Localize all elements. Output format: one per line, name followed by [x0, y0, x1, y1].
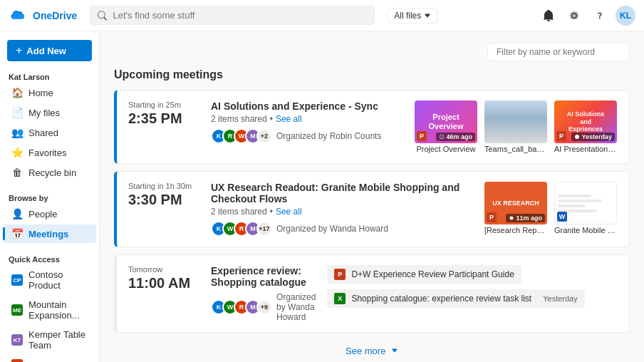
user-name: Kat Larson [0, 70, 99, 83]
design-icon: DP [11, 359, 23, 362]
sidebar-item-shared-label: Shared [28, 128, 58, 138]
meeting-files-2: UX RESEARCH P 11m ago [Research Report] … [484, 182, 618, 234]
file-thumb-granite-mobile[interactable]: W Granite Mobile Shoppin... [554, 182, 618, 234]
meeting-organizer-2: K W R M +17 Organized by Wanda Howard [211, 221, 472, 237]
meeting-time-col-3: Tomorrow 11:00 AM [128, 265, 199, 291]
items-shared-1: 2 items shared [211, 114, 267, 124]
av-count-2: +17 [256, 221, 272, 237]
search-input[interactable] [113, 10, 367, 21]
shared-icon: 👥 [11, 127, 23, 138]
meeting-organizer-1: K R W M +2 Organized by Robin Counts [211, 128, 402, 144]
app-name: OneDrive [33, 10, 77, 21]
file-wide-2[interactable]: X Shopping catalogue: experience review … [327, 289, 584, 308]
quick-access-label: Quick Access [0, 252, 99, 265]
sidebar-item-people[interactable]: 👤 People [3, 205, 96, 223]
file-wide-label-1: D+W Experience Review Participant Guide [351, 269, 514, 279]
meeting-title-3[interactable]: Experience review: Shopping catalogue [211, 265, 316, 288]
pptx-icon-4: P [487, 212, 497, 222]
avatars-3: K W R M +9 [211, 299, 272, 315]
sidebar-item-kemper[interactable]: KT Kemper Table Team [3, 326, 96, 354]
topbar: OneDrive All files KL [0, 0, 644, 31]
svg-point-0 [510, 217, 514, 220]
sidebar-item-meetings[interactable]: 📅 Meetings [3, 224, 96, 243]
meeting-time-1: 2:35 PM [128, 110, 199, 127]
file-thumb-ux-research[interactable]: UX RESEARCH P 11m ago [Research Report] … [484, 182, 548, 234]
kemper-icon: KT [11, 334, 23, 346]
contoso-icon: CP [11, 274, 23, 286]
sidebar-item-design[interactable]: DP Design Prod [3, 356, 96, 362]
sidebar-item-contoso-label: Contoso Product [28, 269, 88, 291]
file-label-ux-research: [Research Report] Grani... [484, 226, 547, 234]
notifications-button[interactable] [539, 6, 559, 26]
meeting-time-label-3: Tomorrow [128, 265, 199, 274]
home-icon: 🏠 [11, 87, 23, 98]
see-more-row[interactable]: See more [114, 340, 630, 362]
sidebar-item-people-label: People [28, 209, 57, 219]
settings-button[interactable] [564, 6, 584, 26]
file-thumb-project-overview[interactable]: ProjectOverview P 46m ago Project Overvi… [414, 100, 478, 153]
plus-icon: + [16, 44, 22, 57]
file-label-teams-bg: Teams_call_background_i... [484, 145, 547, 153]
topbar-right: KL [539, 6, 635, 26]
search-bar[interactable] [90, 6, 375, 25]
sidebar-item-mountain[interactable]: ME Mountain Expansion... [3, 296, 96, 324]
user-avatar[interactable]: KL [616, 6, 635, 26]
file-filter-dropdown[interactable]: All files [388, 8, 437, 24]
app-logo[interactable]: OneDrive [9, 6, 77, 26]
star-icon: ⭐ [11, 147, 23, 158]
see-more-label: See more [346, 346, 385, 356]
sidebar-item-contoso[interactable]: CP Contoso Product [3, 266, 96, 294]
sidebar-item-favorites[interactable]: ⭐ Favorites [3, 143, 96, 162]
sidebar-item-meetings-label: Meetings [28, 229, 68, 239]
meeting-card-3: Tomorrow 11:00 AM Experience review: Sho… [114, 254, 630, 333]
avatars-2: K W R M +17 [211, 221, 272, 237]
file-label-project-overview: Project Overview [416, 145, 475, 153]
pptx-icon-3: P [556, 131, 566, 141]
meeting-title-2[interactable]: UX Research Readout: Granite Mobile Shop… [211, 182, 472, 205]
file-wide-1[interactable]: P D+W Experience Review Participant Guid… [327, 265, 521, 284]
file-preview-ai-presentation: AI SolutionsandExpriences P Yesterday [554, 100, 617, 143]
sidebar-item-design-label: Design Prod [28, 360, 80, 363]
sidebar-item-shared[interactable]: 👥 Shared [3, 123, 96, 142]
see-all-2[interactable]: See all [276, 207, 302, 217]
meeting-time-label-1: Starting in 25m [128, 100, 199, 109]
file-thumb-teams-bg[interactable]: Teams_call_background_i... [484, 100, 548, 153]
meeting-card-1: Starting in 25m 2:35 PM AI Solutions and… [114, 90, 630, 164]
upcoming-meetings-title: Upcoming meetings [114, 68, 630, 81]
add-new-label: Add New [26, 46, 66, 56]
av-count-1: +2 [256, 128, 272, 144]
avatars-1: K R W M +2 [211, 128, 272, 144]
meeting-info-3: Experience review: Shopping catalogue K … [211, 265, 316, 322]
sidebar-item-recycle-bin[interactable]: 🗑 Recycle bin [3, 163, 96, 182]
file-label-granite-mobile: Granite Mobile Shoppin... [554, 226, 617, 234]
see-all-1[interactable]: See all [276, 114, 302, 124]
pptx-icon-1: P [417, 131, 427, 141]
meetings-icon: 📅 [11, 228, 23, 239]
chevron-down-icon [424, 12, 431, 19]
filter-input[interactable] [487, 43, 630, 61]
main-content: Upcoming meetings Starting in 25m 2:35 P… [100, 31, 644, 362]
dot-2: • [270, 207, 273, 217]
dot-1: • [270, 114, 273, 124]
add-new-button[interactable]: + Add New [7, 40, 92, 61]
file-label-ai-presentation: AI Presentation Assets [554, 145, 617, 153]
meeting-organizer-3: K W R M +9 Organized by Wanda Howard [211, 292, 316, 322]
file-wide-label-2: Shopping catalogue: experience review ta… [351, 294, 531, 304]
meeting-files-3: P D+W Experience Review Participant Guid… [327, 265, 618, 308]
file-filter-label: All files [394, 11, 421, 21]
meeting-meta-1: 2 items shared • See all [211, 114, 402, 124]
sidebar-item-favorites-label: Favorites [28, 148, 66, 158]
meeting-time-col-2: Starting in 1h 30m 3:30 PM [128, 182, 199, 208]
items-shared-2: 2 items shared [211, 207, 267, 217]
file-preview-teams-bg [484, 100, 547, 143]
sidebar-item-home[interactable]: 🏠 Home [3, 83, 96, 102]
file-thumb-ai-presentation[interactable]: AI SolutionsandExpriences P Yesterday AI… [554, 100, 618, 153]
docx-icon: W [557, 212, 567, 222]
help-button[interactable] [590, 6, 610, 26]
organizer-name-1: Organized by Robin Counts [276, 131, 381, 141]
sidebar-item-my-files[interactable]: 📄 My files [3, 103, 96, 122]
sidebar-item-recycle-bin-label: Recycle bin [28, 167, 76, 178]
meeting-title-1[interactable]: AI Solutions and Experience - Sync [211, 100, 402, 112]
file-preview-project-overview: ProjectOverview P 46m ago [415, 100, 477, 143]
meeting-meta-2: 2 items shared • See all [211, 207, 472, 217]
